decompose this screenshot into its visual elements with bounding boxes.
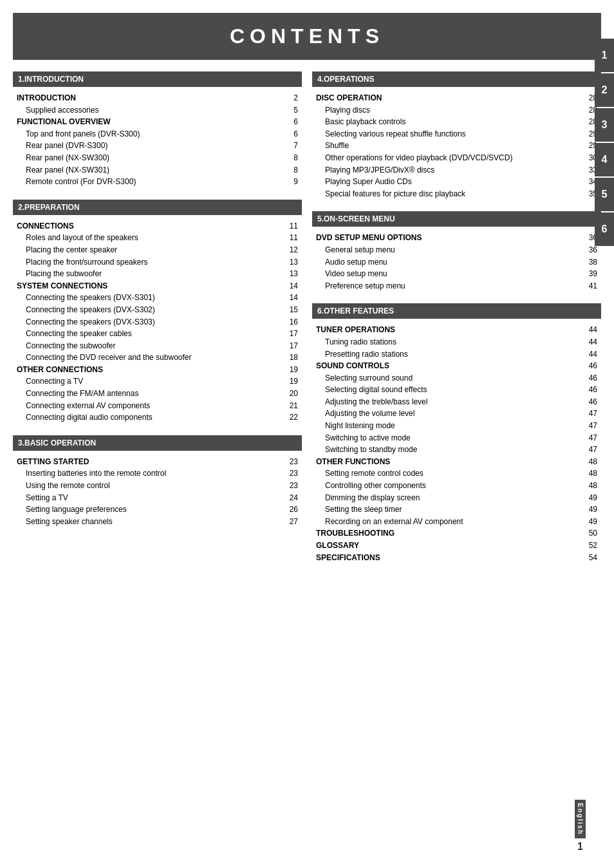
list-item: OTHER FUNCTIONS 48 [316, 456, 597, 468]
list-item: General setup menu 36 [316, 244, 597, 256]
left-column: 1.INTRODUCTION INTRODUCTION 2 Supplied a… [13, 71, 302, 575]
section-other-features: 6.OTHER FEATURES TUNER OPERATIONS 44 Tun… [312, 303, 601, 565]
entry-dots [193, 359, 283, 360]
tab-2[interactable]: 2 [595, 73, 614, 107]
entry-label: GLOSSARY [316, 540, 359, 552]
list-item: Preference setup menu 41 [316, 280, 597, 292]
list-item: Placing the subwoofer 13 [17, 268, 298, 280]
entry-label: Tuning radio stations [325, 336, 396, 348]
list-item: Remote control (For DVR-S300) 9 [17, 176, 298, 188]
entry-label: Inserting batteries into the remote cont… [26, 467, 166, 480]
entry-page: 22 [285, 411, 298, 424]
entry-dots [389, 276, 582, 276]
tab-5[interactable]: 5 [595, 178, 614, 211]
main-content: 1.INTRODUCTION INTRODUCTION 2 Supplied a… [13, 71, 601, 575]
entry-label: Using the remote control [26, 480, 110, 492]
list-item: SOUND CONTROLS 46 [316, 360, 597, 372]
entry-dots [100, 112, 283, 113]
entry-dots [105, 372, 283, 372]
entry-dots [425, 475, 582, 476]
tab-1[interactable]: 1 [595, 39, 614, 72]
list-item: Playing discs 28 [316, 104, 597, 117]
section-onscreen-menu: 5.ON-SCREEN MENU DVD SETUP MENU OPTIONS … [312, 211, 601, 293]
entry-page: 19 [285, 364, 298, 376]
entry-page: 8 [285, 152, 298, 164]
entry-label: TUNER OPERATIONS [316, 324, 395, 336]
section-content-basic: GETTING STARTED 23 Inserting batteries i… [13, 455, 302, 529]
list-item: Controlling other components 48 [316, 480, 597, 492]
entry-dots [157, 299, 283, 300]
entry-page: 14 [285, 280, 298, 292]
list-item: Connecting the speakers (DVX-S301) 14 [17, 292, 298, 304]
page-title: CONTENTS [13, 13, 601, 60]
entry-label: Roles and layout of the speakers [26, 232, 138, 244]
list-item: Setting remote control codes 48 [316, 467, 597, 480]
entry-page: 7 [285, 140, 298, 152]
entry-dots [429, 392, 582, 392]
entry-label: Adjusting the treble/bass level [325, 396, 427, 408]
entry-page: 52 [584, 540, 597, 552]
entry-dots [138, 184, 283, 184]
entry-label: Basic playback controls [325, 116, 405, 128]
entry-page: 38 [584, 256, 597, 269]
entry-page: 48 [584, 456, 597, 468]
entry-page: 6 [285, 116, 298, 128]
section-preparation: 2.PREPARATION CONNECTIONS 11 Roles and l… [13, 200, 302, 425]
entry-dots [468, 136, 582, 137]
entry-dots [115, 524, 283, 524]
section-content-introduction: INTRODUCTION 2 Supplied accessories 5 FU… [13, 91, 302, 189]
entry-dots [465, 524, 582, 524]
entry-page: 47 [584, 432, 597, 444]
entry-dots [117, 348, 283, 348]
entry-page: 44 [584, 336, 597, 348]
entry-page: 48 [584, 480, 597, 492]
entry-dots [397, 428, 582, 428]
tab-3[interactable]: 3 [595, 108, 614, 142]
entry-label: Setting speaker channels [26, 516, 113, 528]
list-item: DISC OPERATION 28 [316, 92, 597, 104]
entry-page: 2 [285, 92, 298, 104]
entry-label: TROUBLESHOOTING [316, 527, 395, 540]
entry-dots [416, 415, 582, 416]
entry-label: Shuffle [325, 140, 349, 152]
entry-dots [372, 112, 582, 113]
page-number: 1 [577, 841, 583, 853]
entry-dots [112, 487, 283, 488]
tab-6[interactable]: 6 [595, 212, 614, 246]
entry-dots [109, 288, 283, 288]
entry-dots [467, 196, 582, 196]
entry-dots [404, 511, 582, 512]
entry-page: 17 [285, 340, 298, 352]
entry-dots [361, 547, 582, 548]
section-header-preparation: 2.PREPARATION [13, 200, 302, 215]
entry-label: Top and front panels (DVR-S300) [26, 128, 140, 140]
entry-page: 41 [584, 280, 597, 292]
entry-label: Audio setup menu [325, 256, 387, 269]
entry-label: Playing discs [325, 104, 370, 117]
entry-label: Setting remote control codes [325, 467, 423, 480]
entry-page: 24 [285, 492, 298, 504]
entry-dots [419, 451, 582, 452]
list-item: Shuffle 29 [316, 140, 597, 152]
entry-dots [396, 535, 582, 536]
footer: English 1 [575, 800, 586, 853]
entry-dots [398, 344, 582, 344]
entry-dots [414, 184, 582, 184]
entry-page: 13 [285, 268, 298, 280]
entry-page: 23 [285, 467, 298, 480]
list-item: Recording on an external AV component 49 [316, 516, 597, 528]
entry-label: Connecting the subwoofer [26, 340, 115, 352]
entry-page: 54 [584, 552, 597, 564]
section-operations: 4.OPERATIONS DISC OPERATION 28 Playing d… [312, 71, 601, 201]
entry-label: Selecting surround sound [325, 372, 413, 384]
list-item: Switching to active mode 47 [316, 432, 597, 444]
entry-dots [154, 419, 283, 420]
section-introduction: 1.INTRODUCTION INTRODUCTION 2 Supplied a… [13, 71, 302, 189]
entry-page: 11 [285, 232, 298, 244]
entry-page: 49 [584, 516, 597, 528]
entry-page: 23 [285, 480, 298, 492]
list-item: Switching to standby mode 47 [316, 444, 597, 456]
tab-4[interactable]: 4 [595, 143, 614, 176]
entry-label: INTRODUCTION [17, 92, 76, 104]
list-item: GETTING STARTED 23 [17, 456, 298, 468]
